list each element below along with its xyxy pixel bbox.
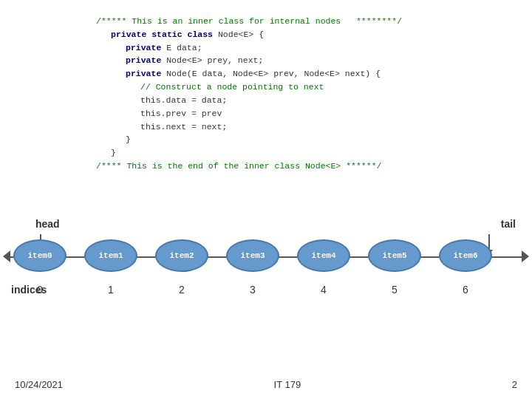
code-comment: /***** This is an inner class for intern… (96, 16, 402, 26)
head-tail-row: head tail (0, 218, 532, 236)
code-line-4: private Node<E> prey, next; (126, 54, 402, 67)
footer-page: 2 (512, 379, 517, 390)
index-6: 6 (439, 284, 492, 296)
nodes-row: item0 item1 item2 item3 item4 item5 item… (0, 238, 532, 276)
code-line-9: this.next = next; (140, 120, 402, 134)
code-line-5: private Node(E data, Node<E> prev, Node<… (126, 67, 402, 81)
code-keyword: private (126, 69, 166, 78)
footer-course: IT 179 (274, 379, 301, 390)
diagram: head tail item0 item1 item2 item3 item4 … (0, 218, 532, 302)
arrow-left (3, 250, 10, 262)
arrow-right (522, 250, 529, 262)
code-line-10: } (126, 133, 402, 146)
code-line-3: private E data; (126, 41, 402, 55)
node-0: item0 (13, 239, 66, 272)
code-keyword: private static class (111, 30, 218, 39)
code-comment: // Construct a node pointing to next (140, 82, 324, 92)
index-0: 0 (13, 284, 66, 296)
node-1: item1 (84, 239, 137, 272)
index-5: 5 (368, 284, 421, 296)
index-2: 2 (155, 284, 208, 296)
code-line-12: /**** This is the end of the inner class… (96, 160, 402, 173)
code-line-7: this.data = data; (140, 94, 402, 107)
code-line-1: /***** This is an inner class for intern… (96, 15, 402, 28)
node-3: item3 (226, 239, 279, 272)
node-4: item4 (297, 239, 350, 272)
code-line-8: this.prev = prev (140, 107, 402, 120)
code-line-6: // Construct a node pointing to next (140, 81, 402, 94)
code-keyword: private (126, 43, 166, 52)
footer-date: 10/24/2021 (15, 379, 63, 390)
code-block: /***** This is an inner class for intern… (96, 15, 402, 173)
node-5: item5 (368, 239, 421, 272)
code-line-2: private static class Node<E> { (111, 28, 402, 41)
index-1: 1 (84, 284, 137, 296)
node-6: item6 (439, 239, 492, 272)
indices-row: indices 0 1 2 3 4 5 6 (0, 280, 532, 302)
index-3: 3 (226, 284, 279, 296)
tail-label: tail (501, 218, 516, 230)
index-4: 4 (297, 284, 350, 296)
code-comment: /**** This is the end of the inner class… (96, 161, 381, 171)
node-2: item2 (155, 239, 208, 272)
code-line-11: } (111, 146, 402, 160)
code-keyword: private (126, 55, 166, 65)
head-label: head (35, 218, 60, 230)
footer: 10/24/2021 IT 179 2 (0, 379, 532, 390)
